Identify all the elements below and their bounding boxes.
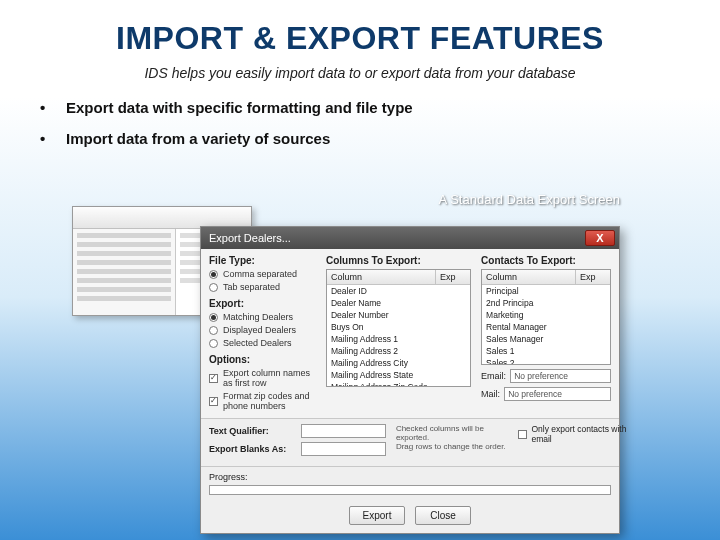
radio-tab-separated[interactable]: Tab separated bbox=[209, 282, 316, 292]
bullet-item: Import data from a variety of sources bbox=[40, 130, 720, 147]
file-type-label: File Type: bbox=[209, 255, 316, 266]
mail-preference-row: Mail: No preference bbox=[481, 387, 611, 401]
close-button[interactable]: Close bbox=[415, 506, 471, 525]
feature-bullets: Export data with specific formatting and… bbox=[40, 99, 720, 147]
options-label: Options: bbox=[209, 354, 316, 365]
close-icon[interactable]: X bbox=[585, 230, 615, 246]
dialog-title-text: Export Dealers... bbox=[209, 232, 291, 244]
check-only-email-contacts[interactable]: Only export contacts with email bbox=[518, 424, 631, 444]
text-qualifier-label: Text Qualifier: bbox=[209, 426, 295, 436]
bullet-item: Export data with specific formatting and… bbox=[40, 99, 720, 116]
email-pref-select[interactable]: No preference bbox=[510, 369, 611, 383]
pane-contacts: Contacts To Export: Column Exp Principal… bbox=[481, 255, 611, 414]
mail-pref-label: Mail: bbox=[481, 389, 500, 399]
contacts-header-column: Column bbox=[482, 270, 576, 284]
contacts-listbox[interactable]: Column Exp Principal 2nd Principa Market… bbox=[481, 269, 611, 365]
export-scope-label: Export: bbox=[209, 298, 316, 309]
check-export-column-names[interactable]: Export column names as first row bbox=[209, 368, 316, 388]
progress-label: Progress: bbox=[209, 472, 248, 482]
columns-header-exp: Exp bbox=[436, 270, 470, 284]
columns-to-export-label: Columns To Export: bbox=[326, 255, 471, 266]
export-button[interactable]: Export bbox=[349, 506, 405, 525]
columns-header-column: Column bbox=[327, 270, 436, 284]
figure-caption: A Standard Data Export Screen bbox=[439, 192, 620, 207]
export-dialog: Export Dealers... X File Type: Comma sep… bbox=[200, 226, 620, 534]
export-blanks-field[interactable] bbox=[301, 442, 386, 456]
columns-note-2: Drag rows to change the order. bbox=[396, 442, 509, 451]
progress-bar bbox=[209, 485, 611, 495]
page-subtitle: IDS helps you easily import data to or e… bbox=[0, 65, 720, 81]
radio-displayed-dealers[interactable]: Displayed Dealers bbox=[209, 325, 316, 335]
check-format-zip-phone[interactable]: Format zip codes and phone numbers bbox=[209, 391, 316, 411]
email-pref-label: Email: bbox=[481, 371, 506, 381]
columns-listbox[interactable]: Column Exp Dealer ID Dealer Name Dealer … bbox=[326, 269, 471, 387]
columns-note: Checked columns will be exported. bbox=[396, 424, 509, 442]
radio-comma-separated[interactable]: Comma separated bbox=[209, 269, 316, 279]
export-blanks-label: Export Blanks As: bbox=[209, 444, 295, 454]
text-qualifier-field[interactable] bbox=[301, 424, 386, 438]
page-title: IMPORT & EXPORT FEATURES bbox=[0, 0, 720, 57]
contacts-header-exp: Exp bbox=[576, 270, 610, 284]
email-preference-row: Email: No preference bbox=[481, 369, 611, 383]
radio-selected-dealers[interactable]: Selected Dealers bbox=[209, 338, 316, 348]
pane-file-options: File Type: Comma separated Tab separated… bbox=[209, 255, 316, 414]
mail-pref-select[interactable]: No preference bbox=[504, 387, 611, 401]
dialog-titlebar: Export Dealers... X bbox=[201, 227, 619, 249]
radio-matching-dealers[interactable]: Matching Dealers bbox=[209, 312, 316, 322]
pane-columns: Columns To Export: Column Exp Dealer ID … bbox=[326, 255, 471, 414]
contacts-to-export-label: Contacts To Export: bbox=[481, 255, 611, 266]
